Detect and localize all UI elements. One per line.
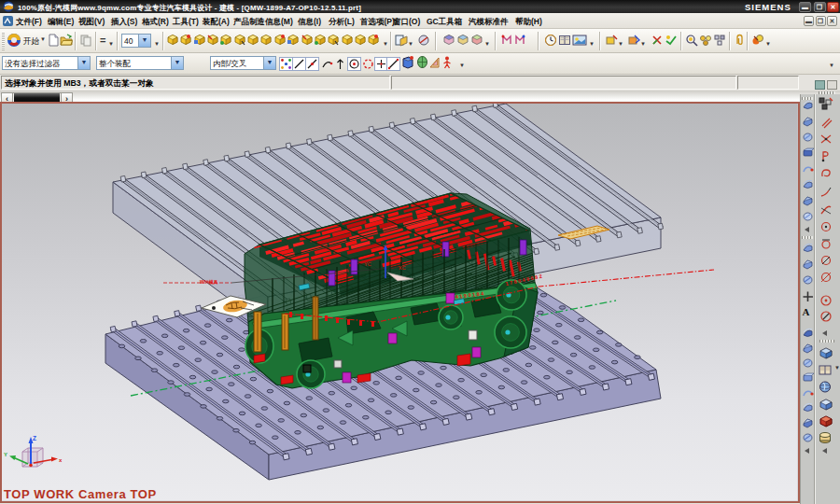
svg-text:YC: YC	[364, 261, 371, 267]
svg-text:Y: Y	[4, 452, 7, 457]
svg-text:Z: Z	[33, 435, 36, 441]
svg-text:XC: XC	[399, 265, 406, 271]
svg-text:TOP WORK Camera TOP: TOP WORK Camera TOP	[4, 487, 157, 501]
svg-text:W*#模具: W*#模具	[200, 279, 217, 285]
